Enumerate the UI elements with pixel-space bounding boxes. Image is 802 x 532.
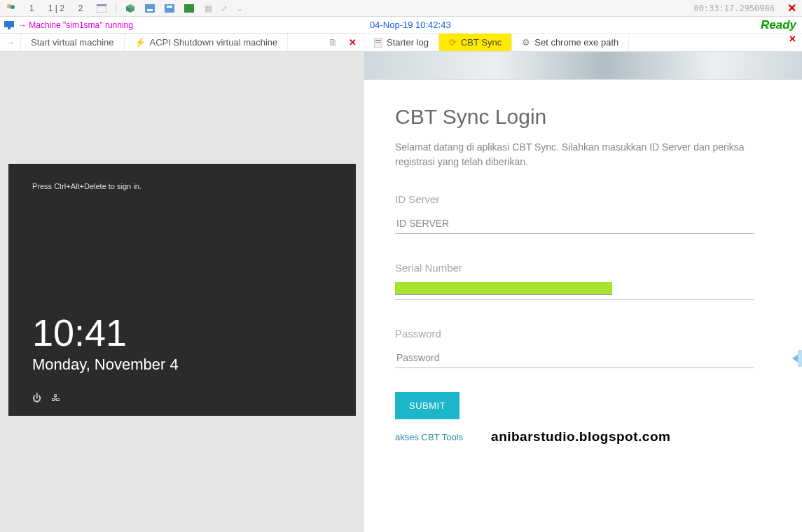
vm-action-tabs: → Start virtual machine ⚡ ACPI Shutdown … xyxy=(0,34,364,52)
log-icon xyxy=(374,38,382,48)
chevron-down-icon[interactable]: ⌄ xyxy=(234,3,245,14)
power-icon[interactable]: ⏻ xyxy=(32,393,41,403)
login-description: Selamat datang di aplikasi CBT Sync. Sil… xyxy=(395,140,754,169)
disk2-icon[interactable] xyxy=(164,3,175,14)
banner-image xyxy=(364,52,802,80)
svg-point-1 xyxy=(11,5,15,9)
password-input[interactable] xyxy=(395,348,754,368)
expand-icon[interactable]: ⤢ xyxy=(219,3,230,14)
toolbar-separator xyxy=(116,4,116,13)
toolbar-right-icons: ▦ ⤢ ⌄ xyxy=(203,3,245,14)
side-arrow-icon[interactable] xyxy=(792,351,802,365)
svg-rect-16 xyxy=(375,42,381,43)
close-icon[interactable]: ✕ xyxy=(787,1,796,15)
right-pane: 04-Nop-19 10:42:43 Ready Starter log ⟳ C… xyxy=(364,17,802,532)
svg-rect-11 xyxy=(184,4,194,13)
sync-icon: ⟳ xyxy=(449,37,457,48)
serial-number-input[interactable] xyxy=(395,282,612,295)
network-icon[interactable]: 🖧 xyxy=(51,393,60,403)
shutdown-vm-tab[interactable]: ⚡ ACPI Shutdown virtual machine xyxy=(125,34,289,51)
svg-rect-9 xyxy=(165,4,174,13)
right-datetime: 04-Nop-19 10:42:43 xyxy=(370,20,451,30)
cbt-tools-link[interactable]: akses CBT Tools xyxy=(395,432,463,442)
vm-signin-hint: Press Ctrl+Alt+Delete to sign in. xyxy=(32,182,332,190)
toolbar-num-split[interactable]: 1 | 2 xyxy=(44,4,69,13)
start-vm-tab[interactable]: Start virtual machine xyxy=(21,34,125,51)
vm-status-text: → Machine "sim1sma" running xyxy=(18,20,133,30)
top-toolbar: 1 1 | 2 2 ▦ ⤢ ⌄ 00:33:17.2950986 ✕ xyxy=(0,0,802,17)
bolt-icon: ⚡ xyxy=(134,37,146,48)
svg-point-0 xyxy=(7,4,11,8)
serial-number-field: Serial Number xyxy=(395,262,754,300)
tab-set-chrome-path[interactable]: ⚙ Set chrome exe path xyxy=(512,34,629,51)
tab-cbt-sync-label: CBT Sync xyxy=(461,37,502,48)
right-header: 04-Nop-19 10:42:43 Ready xyxy=(364,17,802,34)
window-icon[interactable] xyxy=(96,3,107,14)
toolbar-num-1[interactable]: 1 xyxy=(25,4,39,13)
svg-rect-8 xyxy=(147,9,153,11)
vm-time: 10:41 xyxy=(32,314,179,351)
toolbar-num-2[interactable]: 2 xyxy=(74,4,88,13)
password-field: Password xyxy=(395,328,754,368)
id-server-field: ID Server xyxy=(395,193,754,234)
svg-rect-12 xyxy=(4,21,14,27)
id-server-label: ID Server xyxy=(395,193,754,205)
password-label: Password xyxy=(395,328,754,340)
login-title: CBT Sync Login xyxy=(395,105,754,129)
green-icon[interactable] xyxy=(184,3,195,14)
disk-icon[interactable] xyxy=(144,3,155,14)
tab-starter-log-label: Starter log xyxy=(387,37,429,48)
shutdown-vm-label: ACPI Shutdown virtual machine xyxy=(150,37,278,48)
start-vm-label: Start virtual machine xyxy=(31,37,114,48)
id-server-input[interactable] xyxy=(395,214,754,234)
right-tabs: Starter log ⟳ CBT Sync ⚙ Set chrome exe … xyxy=(364,34,802,52)
cube-icon[interactable] xyxy=(125,3,136,14)
monitor-icon xyxy=(4,21,14,29)
timecode: 00:33:17.2950986 xyxy=(693,4,775,13)
vm-lock-screen[interactable]: Press Ctrl+Alt+Delete to sign in. 10:41 … xyxy=(8,164,356,416)
tab-doc-close: 🗎 ✕ xyxy=(322,34,364,51)
right-tab-close[interactable]: ✕ xyxy=(783,34,802,51)
svg-rect-7 xyxy=(145,4,155,13)
submit-button[interactable]: SUBMIT xyxy=(395,392,459,419)
svg-rect-3 xyxy=(97,4,106,6)
grid-icon[interactable]: ▦ xyxy=(203,3,214,14)
svg-rect-13 xyxy=(8,27,11,29)
vm-lock-icons: ⏻ 🖧 xyxy=(32,393,60,403)
left-pane: → Machine "sim1sma" running → Start virt… xyxy=(0,17,364,532)
svg-rect-10 xyxy=(167,6,172,8)
tab-set-chrome-label: Set chrome exe path xyxy=(534,37,618,48)
vm-date: Monday, November 4 xyxy=(32,356,179,374)
users-icon[interactable] xyxy=(6,3,17,14)
vm-status-bar: → Machine "sim1sma" running xyxy=(0,17,364,34)
vm-preview-area: Press Ctrl+Alt+Delete to sign in. 10:41 … xyxy=(0,52,364,532)
close-tab-icon[interactable]: ✕ xyxy=(349,37,357,48)
serial-number-label: Serial Number xyxy=(395,262,754,274)
vm-clock: 10:41 Monday, November 4 xyxy=(32,314,179,374)
watermark-text: anibarstudio.blogspot.com xyxy=(491,429,670,444)
tab-arrow-left[interactable]: → xyxy=(0,34,21,51)
toolbar-numbers: 1 1 | 2 2 xyxy=(25,4,88,13)
gear-icon: ⚙ xyxy=(522,37,530,48)
login-footer: akses CBT Tools anibarstudio.blogspot.co… xyxy=(395,429,754,444)
login-form: CBT Sync Login Selamat datang di aplikas… xyxy=(364,80,784,460)
tab-starter-log[interactable]: Starter log xyxy=(364,34,439,51)
document-icon[interactable]: 🗎 xyxy=(329,37,338,48)
ready-status: Ready xyxy=(761,18,796,32)
tab-cbt-sync[interactable]: ⟳ CBT Sync xyxy=(439,34,512,51)
svg-rect-15 xyxy=(375,40,381,41)
